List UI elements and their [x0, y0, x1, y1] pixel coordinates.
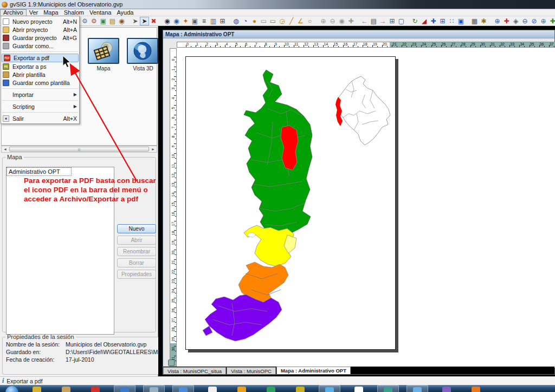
zoom-in-icon[interactable]: ⊕	[493, 17, 502, 25]
menu-item-exportar-a-ps[interactable]: PSExportar a ps	[1, 62, 79, 70]
insert-text-icon[interactable]: ≡	[199, 17, 209, 25]
window-icon[interactable]: ▢	[397, 17, 406, 25]
taskbar-app-red-button[interactable]	[85, 385, 106, 392]
table-icon[interactable]: ⊞	[388, 17, 397, 25]
insert-picture-icon[interactable]: ◔	[241, 17, 250, 25]
undo-icon[interactable]: ←	[360, 17, 369, 25]
insert-legend-icon[interactable]: ⊞	[218, 17, 227, 25]
insert-scalebar-icon[interactable]: ▥	[209, 17, 218, 25]
menu-ayuda[interactable]: Ayuda	[114, 9, 136, 16]
layers-icon[interactable]: ▤	[108, 17, 117, 25]
menu-ver[interactable]: Ver	[27, 9, 41, 16]
compass-icon[interactable]: ◢	[420, 17, 429, 25]
taskbar-app-gray-button[interactable]	[143, 385, 165, 392]
share-gear-icon[interactable]: ⚙	[89, 17, 99, 25]
scroll-left-arrow-icon[interactable]: ◄	[2, 146, 9, 152]
taskbar-app-orange-button[interactable]	[231, 385, 253, 392]
pan-disabled-icon[interactable]: ✚	[346, 17, 356, 25]
menu-item-guardar-como-[interactable]: Guardar como...	[1, 42, 79, 50]
taskbar-app-white-button[interactable]	[202, 385, 223, 392]
menu-item-scripting[interactable]: Scripting▶	[1, 102, 79, 110]
taskbar-app-green-button[interactable]	[260, 385, 282, 392]
menu-item-guardar-como-plantilla[interactable]: Guardar como plantilla	[1, 79, 79, 87]
menu-item-abrir-proyecto[interactable]: Abrir proyectoAlt+A	[1, 25, 79, 34]
taskbar-app-gold-button[interactable]	[289, 385, 311, 392]
redo-icon[interactable]: →	[378, 17, 388, 25]
window-titlebar[interactable]: gvSIG 1.9:Municipios del Observatorio.gv…	[0, 0, 555, 9]
zoom-previous-icon[interactable]: ⊘	[530, 17, 539, 25]
menu-ventana[interactable]: Ventana	[87, 9, 114, 16]
insert-circle-icon[interactable]: ◶	[278, 17, 287, 25]
zoom-out-icon[interactable]: ⊖	[520, 17, 530, 25]
menu-item-importar[interactable]: Importar▶	[1, 90, 79, 99]
tools-icon[interactable]: ✱	[479, 17, 488, 25]
menu-shalom[interactable]: Shalom	[61, 9, 87, 16]
menu-archivo[interactable]: Archivo	[0, 9, 27, 16]
taskbar-folder-blue-button[interactable]	[406, 385, 428, 392]
menu-item-salir[interactable]: ✖SalirAlt+X	[1, 114, 79, 122]
taskbar-app-teal-button[interactable]	[377, 385, 399, 392]
palette-icon[interactable]: ✦	[181, 17, 190, 25]
taskbar-app-purple-button[interactable]	[436, 385, 457, 392]
menu-item-abrir-plantilla[interactable]: Abrir plantilla	[1, 70, 79, 79]
insert-line-icon[interactable]: ╱	[287, 17, 296, 25]
insert-point-icon[interactable]: ●	[250, 17, 259, 25]
insert-polygon-icon[interactable]: ○	[305, 17, 314, 25]
taskbar-app-blue-button[interactable]	[114, 385, 135, 392]
zoom-out-disabled-icon[interactable]: ⊖	[328, 17, 337, 25]
delete-icon[interactable]: ✖	[149, 17, 158, 25]
doc-type-mapa-button[interactable]	[88, 38, 119, 64]
taskbar-app-orange2-button[interactable]	[465, 385, 487, 392]
insert-view-icon[interactable]: ▣	[190, 17, 199, 25]
menu-mapa[interactable]: Mapa	[41, 9, 61, 16]
tab-vista-munisopc[interactable]: Vista : MunisOPC	[227, 367, 276, 374]
grid-settings-icon[interactable]: ▦	[470, 17, 479, 25]
zoom-in-disabled-icon[interactable]: ⊕	[319, 17, 328, 25]
taskbar-app-lightblue-button[interactable]	[319, 385, 340, 392]
select-tool-icon[interactable]: ➤	[131, 17, 140, 25]
preview-dark-icon[interactable]: ◉	[163, 17, 172, 25]
pan-hand-icon[interactable]: ◈	[511, 17, 520, 25]
map-borrar-button[interactable]: Borrar	[117, 258, 156, 267]
map-abrir-button[interactable]: Abrir	[117, 236, 156, 245]
menu-item-nuevo-proyecto[interactable]: Nuevo proyectoAlt+N	[1, 17, 79, 25]
zoom-extent-icon[interactable]: ✚	[502, 17, 511, 25]
map-list-item[interactable]: Administrativo OPT	[7, 167, 72, 176]
print-icon[interactable]: ▤	[369, 17, 378, 25]
network-gear-icon[interactable]: ⚙	[80, 17, 89, 25]
move-icon[interactable]: ✚	[429, 17, 438, 25]
map-renombrar-button[interactable]: Renombrar	[117, 247, 156, 256]
zoom-full-icon[interactable]: ✚	[548, 17, 555, 25]
tab-vista-munisopc-situa[interactable]: Vista : MunisOPC_situa	[163, 367, 226, 374]
doc-type-vista3d-button[interactable]	[127, 38, 158, 64]
tab-mapa-administrativo-opt[interactable]: Mapa : Administrativo OPT	[276, 367, 351, 374]
start-orb-button[interactable]	[5, 386, 18, 392]
tiles-icon[interactable]: ∷	[447, 17, 456, 25]
map-nuevo-button[interactable]: Nuevo	[117, 224, 156, 233]
taskbar-app-white2-button[interactable]	[348, 385, 370, 392]
taskbar-folder-button[interactable]	[55, 385, 77, 392]
menu-item-guardar-proyecto[interactable]: Guardar proyectoAlt+G	[1, 34, 79, 42]
map-window-titlebar[interactable]: Mapa : Administrativo OPT	[163, 30, 554, 38]
taskbar-key-button[interactable]	[26, 385, 48, 392]
zoom-select-icon[interactable]: ⊕	[539, 17, 548, 25]
map-propiedades-button[interactable]: Propiedades	[117, 270, 156, 279]
insert-polyline-icon[interactable]: ∠	[296, 17, 305, 25]
grid-blue-icon[interactable]: ⊞	[438, 17, 447, 25]
north-arrow-icon[interactable]: ◍	[231, 17, 241, 25]
menu-item-exportar-a-pdf[interactable]: PDFExportar a pdf	[2, 54, 79, 62]
image-frame-icon[interactable]: ▣	[456, 17, 466, 25]
scroll-right-arrow-icon[interactable]: ►	[150, 146, 157, 152]
zoom-disabled-icon[interactable]: ◉	[337, 17, 346, 25]
refresh-icon[interactable]: ↻	[410, 17, 420, 25]
console-icon[interactable]: ▣	[99, 17, 108, 25]
taskbar-app-blue2-button[interactable]	[172, 385, 194, 392]
insert-rectangle-icon[interactable]: ▭	[259, 17, 268, 25]
doc-types-scrollbar[interactable]: ◄ ||| ►	[1, 146, 157, 153]
preview-icon[interactable]: ◉	[172, 17, 181, 25]
insert-rectangle-red-icon[interactable]: ▭	[268, 17, 278, 25]
layout-canvas[interactable]	[177, 48, 555, 368]
scrollbar-thumb[interactable]: |||	[9, 147, 149, 152]
locator-icon[interactable]: ◉	[117, 17, 126, 25]
pointer-tool-icon[interactable]: ➤	[140, 17, 149, 25]
